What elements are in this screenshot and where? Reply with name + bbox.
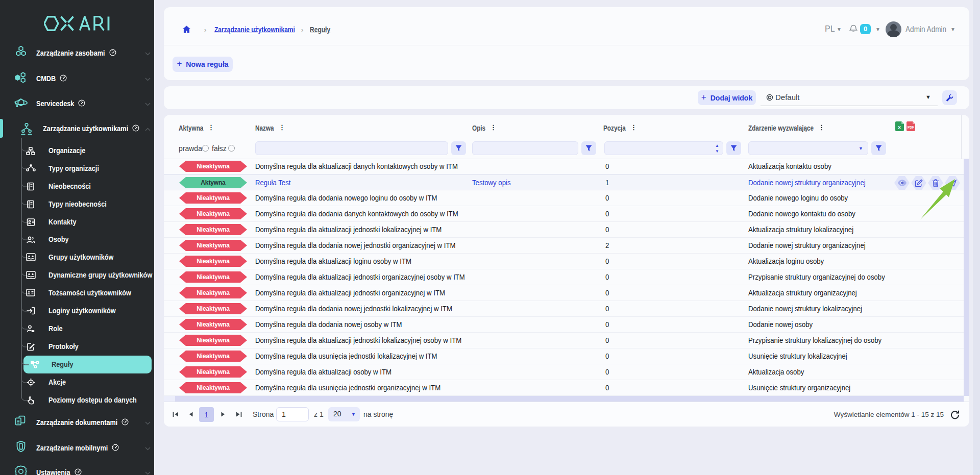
svg-text:PDF: PDF bbox=[908, 126, 914, 129]
svg-text:X: X bbox=[898, 125, 901, 130]
